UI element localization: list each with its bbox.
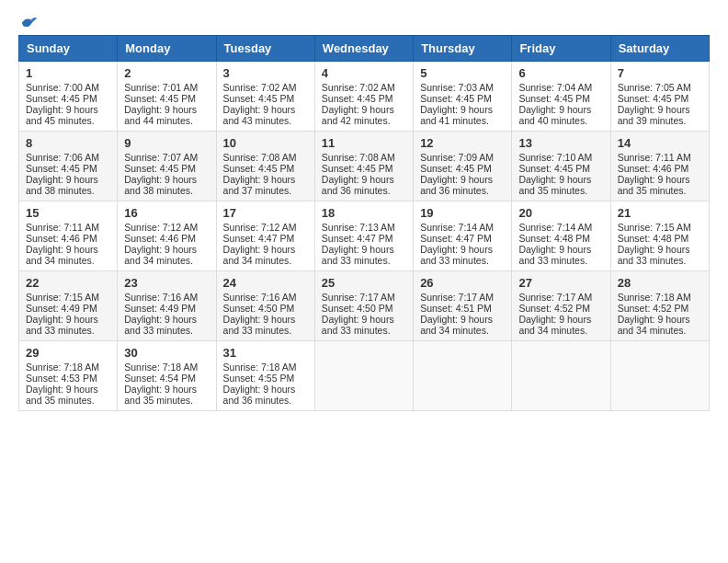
daylight-detail: and 36 minutes.: [322, 185, 391, 196]
daylight-detail: and 38 minutes.: [124, 185, 193, 196]
daylight-label: Daylight: 9 hours: [518, 314, 591, 325]
daylight-label: Daylight: 9 hours: [26, 104, 98, 115]
calendar-day-cell: 27 Sunrise: 7:17 AM Sunset: 4:52 PM Dayl…: [512, 271, 610, 341]
daylight-label: Daylight: 9 hours: [124, 174, 197, 185]
calendar-day-cell: 3 Sunrise: 7:02 AM Sunset: 4:45 PM Dayli…: [216, 62, 314, 132]
sunrise-label: Sunrise: 7:10 AM: [518, 152, 592, 163]
sunset-label: Sunset: 4:45 PM: [26, 163, 97, 174]
calendar-week-row: 1 Sunrise: 7:00 AM Sunset: 4:45 PM Dayli…: [19, 62, 710, 132]
sunrise-label: Sunrise: 7:12 AM: [223, 222, 297, 233]
sunrise-label: Sunrise: 7:14 AM: [518, 222, 592, 233]
daylight-detail: and 35 minutes.: [26, 395, 95, 406]
sunset-label: Sunset: 4:46 PM: [26, 233, 97, 244]
daylight-label: Daylight: 9 hours: [618, 174, 690, 185]
daylight-detail: and 33 minutes.: [322, 325, 391, 336]
sunset-label: Sunset: 4:45 PM: [124, 163, 196, 174]
calendar-day-cell: [314, 341, 413, 411]
sunrise-label: Sunrise: 7:02 AM: [322, 82, 395, 93]
calendar-week-row: 29 Sunrise: 7:18 AM Sunset: 4:53 PM Dayl…: [19, 341, 710, 411]
daylight-label: Daylight: 9 hours: [124, 104, 197, 115]
daylight-detail: and 34 minutes.: [420, 325, 489, 336]
daylight-label: Daylight: 9 hours: [124, 314, 197, 325]
day-of-week-header: Friday: [512, 36, 610, 62]
daylight-detail: and 36 minutes.: [223, 395, 292, 406]
sunset-label: Sunset: 4:45 PM: [322, 163, 393, 174]
calendar-day-cell: [512, 341, 610, 411]
day-number: 23: [124, 276, 209, 290]
sunset-label: Sunset: 4:46 PM: [124, 233, 196, 244]
daylight-label: Daylight: 9 hours: [322, 314, 394, 325]
day-number: 12: [420, 136, 505, 150]
daylight-detail: and 41 minutes.: [420, 115, 489, 126]
daylight-label: Daylight: 9 hours: [26, 384, 98, 395]
daylight-detail: and 38 minutes.: [26, 185, 95, 196]
daylight-detail: and 37 minutes.: [223, 185, 292, 196]
sunset-label: Sunset: 4:52 PM: [518, 303, 590, 314]
day-number: 3: [223, 66, 308, 80]
calendar-day-cell: [414, 341, 512, 411]
sunset-label: Sunset: 4:45 PM: [420, 163, 492, 174]
daylight-detail: and 34 minutes.: [618, 325, 687, 336]
daylight-detail: and 35 minutes.: [124, 395, 193, 406]
daylight-label: Daylight: 9 hours: [420, 104, 493, 115]
sunrise-label: Sunrise: 7:15 AM: [26, 292, 99, 303]
day-number: 19: [420, 206, 505, 220]
sunset-label: Sunset: 4:45 PM: [223, 93, 295, 104]
daylight-label: Daylight: 9 hours: [322, 104, 394, 115]
daylight-detail: and 34 minutes.: [518, 325, 587, 336]
daylight-label: Daylight: 9 hours: [223, 244, 296, 255]
sunset-label: Sunset: 4:46 PM: [618, 163, 689, 174]
daylight-detail: and 33 minutes.: [518, 255, 587, 266]
calendar-day-cell: 6 Sunrise: 7:04 AM Sunset: 4:45 PM Dayli…: [512, 62, 610, 132]
calendar-day-cell: 10 Sunrise: 7:08 AM Sunset: 4:45 PM Dayl…: [216, 132, 314, 201]
calendar-day-cell: 11 Sunrise: 7:08 AM Sunset: 4:45 PM Dayl…: [314, 132, 413, 201]
logo-bird-icon: [20, 15, 39, 29]
day-number: 15: [26, 206, 110, 220]
logo: [18, 15, 39, 28]
sunrise-label: Sunrise: 7:09 AM: [420, 152, 494, 163]
daylight-label: Daylight: 9 hours: [223, 104, 296, 115]
sunrise-label: Sunrise: 7:17 AM: [420, 292, 494, 303]
calendar-day-cell: 1 Sunrise: 7:00 AM Sunset: 4:45 PM Dayli…: [19, 62, 118, 132]
daylight-label: Daylight: 9 hours: [223, 384, 296, 395]
calendar-day-cell: 23 Sunrise: 7:16 AM Sunset: 4:49 PM Dayl…: [118, 271, 216, 341]
calendar-day-cell: 28 Sunrise: 7:18 AM Sunset: 4:52 PM Dayl…: [610, 271, 709, 341]
day-of-week-header: Sunday: [19, 36, 118, 62]
sunset-label: Sunset: 4:45 PM: [518, 93, 590, 104]
calendar-week-row: 15 Sunrise: 7:11 AM Sunset: 4:46 PM Dayl…: [19, 201, 710, 271]
daylight-detail: and 33 minutes.: [124, 325, 193, 336]
calendar-day-cell: 16 Sunrise: 7:12 AM Sunset: 4:46 PM Dayl…: [118, 201, 216, 271]
daylight-label: Daylight: 9 hours: [618, 244, 690, 255]
day-number: 5: [420, 66, 505, 80]
sunset-label: Sunset: 4:50 PM: [223, 303, 295, 314]
daylight-detail: and 35 minutes.: [618, 185, 687, 196]
sunrise-label: Sunrise: 7:18 AM: [124, 362, 198, 373]
daylight-label: Daylight: 9 hours: [322, 174, 394, 185]
daylight-label: Daylight: 9 hours: [518, 174, 591, 185]
sunset-label: Sunset: 4:55 PM: [223, 373, 295, 384]
day-number: 30: [124, 346, 209, 360]
sunset-label: Sunset: 4:47 PM: [223, 233, 295, 244]
daylight-label: Daylight: 9 hours: [518, 104, 591, 115]
sunrise-label: Sunrise: 7:14 AM: [420, 222, 494, 233]
day-number: 16: [124, 206, 209, 220]
daylight-label: Daylight: 9 hours: [124, 244, 197, 255]
daylight-detail: and 33 minutes.: [223, 325, 292, 336]
sunset-label: Sunset: 4:52 PM: [618, 303, 689, 314]
calendar-day-cell: 8 Sunrise: 7:06 AM Sunset: 4:45 PM Dayli…: [19, 132, 118, 201]
sunrise-label: Sunrise: 7:17 AM: [322, 292, 395, 303]
sunrise-label: Sunrise: 7:18 AM: [26, 362, 99, 373]
calendar-day-cell: [610, 341, 709, 411]
calendar-day-cell: 25 Sunrise: 7:17 AM Sunset: 4:50 PM Dayl…: [314, 271, 413, 341]
sunset-label: Sunset: 4:54 PM: [124, 373, 196, 384]
daylight-label: Daylight: 9 hours: [26, 174, 98, 185]
day-of-week-header: Wednesday: [314, 36, 413, 62]
day-number: 29: [26, 346, 110, 360]
day-number: 25: [322, 276, 406, 290]
calendar-week-row: 22 Sunrise: 7:15 AM Sunset: 4:49 PM Dayl…: [19, 271, 710, 341]
sunset-label: Sunset: 4:45 PM: [26, 93, 97, 104]
calendar-day-cell: 26 Sunrise: 7:17 AM Sunset: 4:51 PM Dayl…: [414, 271, 512, 341]
sunrise-label: Sunrise: 7:16 AM: [223, 292, 297, 303]
sunrise-label: Sunrise: 7:01 AM: [124, 82, 198, 93]
daylight-detail: and 33 minutes.: [322, 255, 391, 266]
